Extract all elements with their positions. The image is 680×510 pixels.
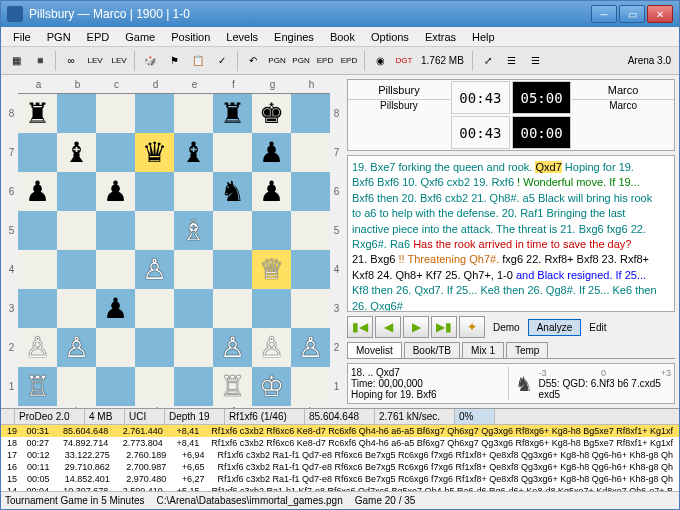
infinity-icon[interactable]: ∞ <box>60 50 82 72</box>
square-a7[interactable] <box>18 133 57 172</box>
square-h1[interactable] <box>291 367 330 406</box>
tab-booktb[interactable]: Book/TB <box>404 342 460 358</box>
square-e6[interactable] <box>174 172 213 211</box>
square-h2[interactable]: ♙ <box>291 328 330 367</box>
square-b3[interactable] <box>57 289 96 328</box>
square-d1[interactable] <box>135 367 174 406</box>
engine-row[interactable]: 1800:2774.892.7142.773.804+8,41Rf1xf6 c3… <box>1 437 679 449</box>
square-h6[interactable] <box>291 172 330 211</box>
engine-row[interactable]: 1900:3185.604.6482.761.440+8,41Rf1xf6 c3… <box>1 425 679 437</box>
check-icon[interactable]: ✓ <box>211 50 233 72</box>
engine-row[interactable]: 1600:1129.710.8622.700.987+6,65Rf1xf6 c3… <box>1 461 679 473</box>
square-a2[interactable]: ♙ <box>18 328 57 367</box>
square-c7[interactable] <box>96 133 135 172</box>
square-b6[interactable] <box>57 172 96 211</box>
nav-last[interactable]: ▶▮ <box>431 316 457 338</box>
analyze-button[interactable]: Analyze <box>528 319 582 336</box>
square-a8[interactable]: ♜ <box>18 94 57 133</box>
menu-game[interactable]: Game <box>117 29 163 45</box>
list2-icon[interactable]: ☰ <box>525 50 547 72</box>
menu-options[interactable]: Options <box>363 29 417 45</box>
menu-engines[interactable]: Engines <box>266 29 322 45</box>
square-d6[interactable] <box>135 172 174 211</box>
square-a1[interactable]: ♖ <box>18 367 57 406</box>
square-f1[interactable]: ♖ <box>213 367 252 406</box>
tab-temp[interactable]: Temp <box>506 342 548 358</box>
square-e7[interactable]: ♝ <box>174 133 213 172</box>
square-e1[interactable] <box>174 367 213 406</box>
nav-prev[interactable]: ◀ <box>375 316 401 338</box>
square-g2[interactable]: ♙ <box>252 328 291 367</box>
clipboard-icon[interactable]: 📋 <box>187 50 209 72</box>
square-b2[interactable]: ♙ <box>57 328 96 367</box>
square-d2[interactable] <box>135 328 174 367</box>
square-f7[interactable] <box>213 133 252 172</box>
undo-icon[interactable]: ↶ <box>242 50 264 72</box>
square-c3[interactable]: ♟ <box>96 289 135 328</box>
engine-name[interactable]: ProDeo 2.0 <box>15 409 85 424</box>
square-c1[interactable] <box>96 367 135 406</box>
square-h7[interactable] <box>291 133 330 172</box>
square-d3[interactable] <box>135 289 174 328</box>
square-c6[interactable]: ♟ <box>96 172 135 211</box>
menu-extras[interactable]: Extras <box>417 29 464 45</box>
pgn2-icon[interactable]: PGN <box>290 50 312 72</box>
menu-position[interactable]: Position <box>163 29 218 45</box>
square-d4[interactable]: ♙ <box>135 250 174 289</box>
nav-next[interactable]: ▶ <box>403 316 429 338</box>
grid-icon[interactable]: ▦ <box>5 50 27 72</box>
tab-movelist[interactable]: Movelist <box>347 342 402 358</box>
epd2-icon[interactable]: EPD <box>338 50 360 72</box>
square-a3[interactable] <box>18 289 57 328</box>
square-g5[interactable] <box>252 211 291 250</box>
square-a5[interactable] <box>18 211 57 250</box>
square-g8[interactable]: ♚ <box>252 94 291 133</box>
square-e8[interactable] <box>174 94 213 133</box>
minimize-button[interactable]: ─ <box>591 5 617 23</box>
square-h8[interactable] <box>291 94 330 133</box>
square-g1[interactable]: ♔ <box>252 367 291 406</box>
square-g3[interactable] <box>252 289 291 328</box>
square-e3[interactable] <box>174 289 213 328</box>
square-c4[interactable] <box>96 250 135 289</box>
menu-book[interactable]: Book <box>322 29 363 45</box>
stop-icon[interactable]: ◾ <box>29 50 51 72</box>
square-b5[interactable] <box>57 211 96 250</box>
square-f8[interactable]: ♜ <box>213 94 252 133</box>
pgn-icon[interactable]: PGN <box>266 50 288 72</box>
arrows-icon[interactable]: ⤢ <box>477 50 499 72</box>
square-f5[interactable] <box>213 211 252 250</box>
engine-row[interactable]: 1500:0514.852.4012.970.480+6,27Rf1xf6 c3… <box>1 473 679 485</box>
menu-levels[interactable]: Levels <box>218 29 266 45</box>
square-c8[interactable] <box>96 94 135 133</box>
circle-icon[interactable]: ◉ <box>369 50 391 72</box>
nav-first[interactable]: ▮◀ <box>347 316 373 338</box>
square-d5[interactable] <box>135 211 174 250</box>
square-h4[interactable] <box>291 250 330 289</box>
maximize-button[interactable]: ▭ <box>619 5 645 23</box>
square-f4[interactable] <box>213 250 252 289</box>
square-c5[interactable] <box>96 211 135 250</box>
dgt-icon[interactable]: DGT <box>393 50 415 72</box>
square-b7[interactable]: ♝ <box>57 133 96 172</box>
square-h3[interactable] <box>291 289 330 328</box>
square-d7[interactable]: ♛ <box>135 133 174 172</box>
edit-button[interactable]: Edit <box>583 320 612 335</box>
square-b1[interactable] <box>57 367 96 406</box>
square-c2[interactable] <box>96 328 135 367</box>
menu-file[interactable]: File <box>5 29 39 45</box>
nav-star[interactable]: ✦ <box>459 316 485 338</box>
square-b4[interactable] <box>57 250 96 289</box>
epd-icon[interactable]: EPD <box>314 50 336 72</box>
close-button[interactable]: ✕ <box>647 5 673 23</box>
chess-board[interactable]: abcdefgh 8♜♜♚87♝♛♝♟76♟♟♞♟65♗54♙♕43♟32♙♙♙… <box>5 79 343 408</box>
list1-icon[interactable]: ☰ <box>501 50 523 72</box>
menu-epd[interactable]: EPD <box>79 29 118 45</box>
square-a6[interactable]: ♟ <box>18 172 57 211</box>
square-h5[interactable] <box>291 211 330 250</box>
flag-icon[interactable]: ⚑ <box>163 50 185 72</box>
dice-icon[interactable]: 🎲 <box>139 50 161 72</box>
square-e2[interactable] <box>174 328 213 367</box>
square-g6[interactable]: ♟ <box>252 172 291 211</box>
menu-pgn[interactable]: PGN <box>39 29 79 45</box>
